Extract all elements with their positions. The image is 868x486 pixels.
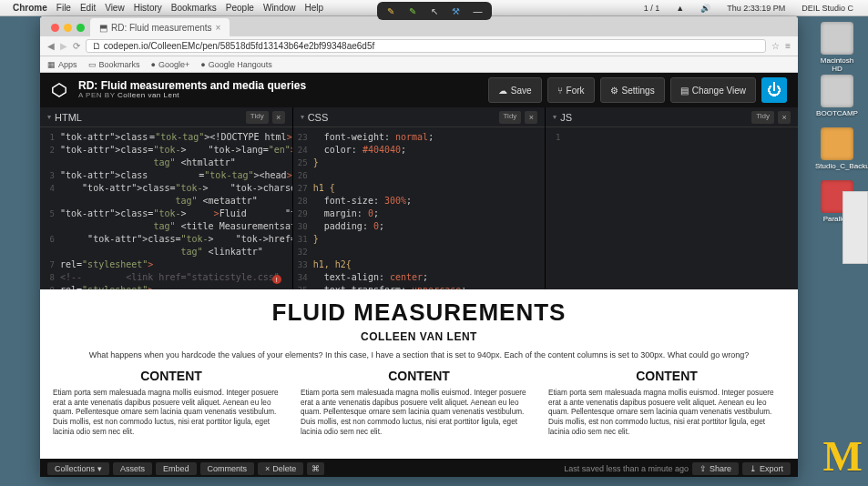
panel-title-js: JS [560,112,572,123]
col-body: Etiam porta sem malesuada magna mollis e… [53,389,290,437]
export-button[interactable]: ⤓Export [742,462,791,475]
col-title: CONTENT [548,369,785,383]
fork-icon: ⑂ [557,86,563,96]
tidy-css-button[interactable]: Tidy [499,111,522,124]
comments-button[interactable]: Comments [200,462,255,475]
close-icon[interactable] [51,24,59,32]
zoom-icon[interactable] [77,24,85,32]
user-avatar[interactable]: ⏻ [761,77,787,103]
caret-down-icon[interactable]: ▾ [47,113,51,121]
pen-byline: A PEN BY Colleen van Lent [78,92,306,100]
minimize-icon[interactable]: — [472,5,485,17]
apps-shortcut[interactable]: ▦ Apps [47,60,77,69]
app-name[interactable]: Chrome [13,3,47,13]
share-icon: ⇪ [700,464,707,473]
user-label[interactable]: DEIL Studio C [802,4,853,13]
page-icon: 🗋 [92,41,104,51]
error-indicator-icon[interactable]: ! [272,275,281,284]
back-icon[interactable]: ◀ [47,41,55,51]
clock[interactable]: Thu 2:33:19 PM [727,4,785,13]
preview-column: CONTENT Etiam porta sem malesuada magna … [301,369,537,437]
hammer-icon[interactable]: ⚒ [450,5,463,17]
desktop-drive-backup[interactable]: Studio_C_Backup [815,127,859,170]
bookmarks-bar: ▦ Apps ▭ Bookmarks ● Google+ ● Google Ha… [40,56,798,73]
reload-icon[interactable]: ⟳ [73,41,80,51]
close-html-panel-icon[interactable]: × [272,111,285,124]
author-link[interactable]: Colleen van Lent [117,91,179,99]
pointer-icon[interactable]: ↖ [428,5,441,17]
x-icon: × [265,464,270,473]
window-controls[interactable] [46,19,90,36]
desktop-drive-bootcamp[interactable]: BOOTCAMP [815,75,859,117]
close-css-panel-icon[interactable]: × [525,111,537,124]
address-bar[interactable]: 🗋 codepen.io/ColleenEMc/pen/58518d5fd131… [86,39,766,53]
volume-icon[interactable]: 🔊 [700,4,710,13]
css-code-editor[interactable]: 23 font-weight: normal;24 color: #404040… [293,127,546,289]
page-indicator: 1 / 1 [644,4,660,13]
menu-window[interactable]: Window [263,3,296,13]
col-body: Etiam porta sem malesuada magna mollis e… [301,389,537,437]
close-js-panel-icon[interactable]: × [778,111,791,124]
codepen-logo-icon[interactable] [51,82,67,98]
tidy-html-button[interactable]: Tidy [246,111,269,124]
col-title: CONTENT [301,369,537,383]
preview-subheading: COLLEEN VAN LENT [53,330,785,343]
assets-button[interactable]: Assets [113,462,152,475]
bookmark-googleplus[interactable]: ● Google+ [151,60,190,69]
change-view-button[interactable]: ▤Change View [670,77,756,103]
menu-edit[interactable]: Edit [80,3,96,13]
bookmarks-folder[interactable]: ▭ Bookmarks [88,60,140,69]
chrome-toolbar: ◀ ▶ ⟳ 🗋 codepen.io/ColleenEMc/pen/58518d… [40,36,798,56]
css-editor-panel: ▾ CSS Tidy × 23 font-weight: normal;24 c… [293,107,546,289]
preview-column: CONTENT Etiam porta sem malesuada magna … [548,369,785,437]
delete-button[interactable]: ×Delete [258,462,303,475]
bookmark-hangouts[interactable]: ● Google Hangouts [200,60,272,69]
menu-icon[interactable]: ≡ [785,41,791,51]
browser-tab[interactable]: ⬒ RD: Fluid measurements × [90,18,230,36]
codepen-header: RD: Fluid measurements and media queries… [40,73,798,107]
menu-file[interactable]: File [56,3,71,13]
tab-close-icon[interactable]: × [216,23,221,33]
chevron-down-icon: ▾ [97,464,102,473]
panel-title-html: HTML [55,112,82,123]
editor-row: ▾ HTML Tidy × 1"tok-attr">class="tok-tag… [40,107,798,289]
html-editor-panel: ▾ HTML Tidy × 1"tok-attr">class="tok-tag… [40,107,293,289]
chrome-window: ⬒ RD: Fluid measurements × ◀ ▶ ⟳ 🗋 codep… [40,16,798,477]
fork-button[interactable]: ⑂Fork [547,77,595,103]
menu-view[interactable]: View [105,3,125,13]
col-body: Etiam porta sem malesuada magna mollis e… [548,389,785,437]
save-button[interactable]: ☁Save [488,77,542,103]
caret-down-icon[interactable]: ▾ [553,113,557,121]
preview-intro: What happens when you hardcode the value… [53,350,785,359]
share-button[interactable]: ⇪Share [692,462,739,475]
forward-icon[interactable]: ▶ [60,41,67,51]
preview-pane: FLUID MEASUREMENTS COLLEEN VAN LENT What… [40,289,798,459]
desktop-drive-macintosh[interactable]: Macintosh HD [815,22,859,73]
preview-column: CONTENT Etiam porta sem malesuada magna … [53,369,290,437]
menu-history[interactable]: History [134,3,162,13]
power-icon: ⏻ [767,82,781,98]
collections-button[interactable]: Collections ▾ [47,462,109,475]
minimize-icon[interactable] [64,24,72,32]
highlighter-icon[interactable]: ✎ [406,5,419,17]
settings-button[interactable]: ⚙Settings [600,77,665,103]
html-code-editor[interactable]: 1"tok-attr">class="tok-tag"><!DOCTYPE ht… [40,127,292,289]
tab-favicon-icon: ⬒ [99,23,107,33]
codepen-footer: Collections ▾ Assets Embed Comments ×Del… [40,459,798,477]
export-icon: ⤓ [750,464,757,473]
star-icon[interactable]: ☆ [771,41,780,51]
michigan-logo-icon: M [823,432,863,481]
keyboard-button[interactable]: ⌘ [307,462,324,475]
js-code-editor[interactable]: 1 [546,127,798,289]
menu-people[interactable]: People [226,3,254,13]
annotation-toolbar[interactable]: ✎ ✎ ↖ ⚒ — [377,2,492,20]
caret-down-icon[interactable]: ▾ [301,113,304,121]
tidy-js-button[interactable]: Tidy [751,111,774,124]
menu-help[interactable]: Help [305,3,324,13]
col-title: CONTENT [53,369,290,383]
menu-bookmarks[interactable]: Bookmarks [171,3,217,13]
embed-button[interactable]: Embed [156,462,197,475]
cloud-icon: ☁ [498,86,507,96]
pencil-icon[interactable]: ✎ [384,5,397,17]
wifi-icon[interactable]: ▲ [676,4,684,13]
